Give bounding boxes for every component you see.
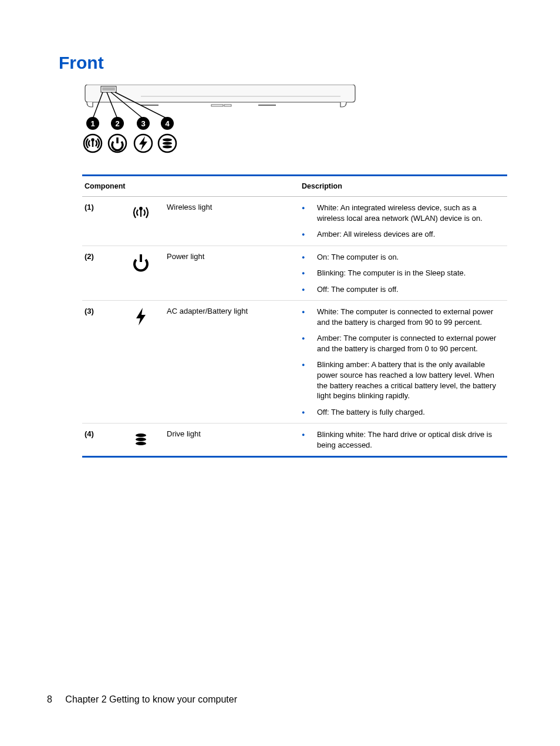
drive-icon xyxy=(117,424,164,456)
svg-rect-3 xyxy=(211,105,223,106)
svg-rect-0 xyxy=(101,86,116,92)
description-item: Amber: All wireless devices are off. xyxy=(302,229,505,240)
row-number: (3) xyxy=(82,301,117,424)
component-description: White: The computer is connected to exte… xyxy=(299,301,507,424)
component-name: Power light xyxy=(164,246,299,301)
component-name: AC adapter/Battery light xyxy=(164,301,299,424)
battery-icon xyxy=(117,301,164,424)
table-row: (4)Drive lightBlinking white: The hard d… xyxy=(82,424,507,456)
description-item: White: The computer is connected to exte… xyxy=(302,307,505,327)
svg-point-28 xyxy=(163,142,172,145)
description-item: On: The computer is on. xyxy=(302,252,505,263)
page-number: 8 xyxy=(47,694,52,704)
svg-point-34 xyxy=(136,438,146,441)
svg-text:1: 1 xyxy=(90,119,95,128)
table-row: (1)Wireless lightWhite: An integrated wi… xyxy=(82,197,507,246)
header-component: Component xyxy=(82,176,299,197)
description-item: Off: The computer is off. xyxy=(302,284,505,295)
component-description: White: An integrated wireless device, su… xyxy=(299,197,507,246)
svg-point-31 xyxy=(140,207,142,210)
svg-text:3: 3 xyxy=(141,119,145,128)
row-number: (1) xyxy=(82,197,117,246)
description-item: Blinking: The computer is in the Sleep s… xyxy=(302,268,505,278)
svg-text:4: 4 xyxy=(165,119,170,128)
components-table: Component Description (1)Wireless lightW… xyxy=(82,174,507,458)
description-item: Amber: The computer is connected to exte… xyxy=(302,333,505,354)
component-description: Blinking white: The hard drive or optica… xyxy=(299,424,507,456)
svg-rect-6 xyxy=(141,105,158,106)
svg-point-33 xyxy=(136,434,146,437)
page-footer: 8 Chapter 2 Getting to know your compute… xyxy=(47,694,237,705)
row-number: (4) xyxy=(82,424,117,456)
description-item: Blinking amber: A battery that is the on… xyxy=(302,359,505,401)
component-description: On: The computer is on.Blinking: The com… xyxy=(299,246,507,301)
front-diagram: 1 2 3 4 xyxy=(82,85,507,163)
page-title: Front xyxy=(59,53,507,73)
description-item: White: An integrated wireless device, su… xyxy=(302,203,505,223)
svg-point-29 xyxy=(163,146,172,149)
row-number: (2) xyxy=(82,246,117,301)
svg-point-22 xyxy=(92,139,94,141)
svg-point-27 xyxy=(163,139,172,142)
chapter-title: Chapter 2 Getting to know your computer xyxy=(65,694,237,704)
wireless-icon xyxy=(117,197,164,246)
component-name: Wireless light xyxy=(164,197,299,246)
svg-rect-5 xyxy=(258,105,276,106)
table-row: (2)Power lightOn: The computer is on.Bli… xyxy=(82,246,507,301)
svg-point-35 xyxy=(136,442,146,445)
table-row: (3)AC adapter/Battery lightWhite: The co… xyxy=(82,301,507,424)
svg-text:2: 2 xyxy=(115,119,119,128)
svg-rect-4 xyxy=(224,105,231,106)
description-item: Blinking white: The hard drive or optica… xyxy=(302,429,505,450)
power-icon xyxy=(117,246,164,301)
header-description: Description xyxy=(299,176,507,197)
description-item: Off: The battery is fully charged. xyxy=(302,407,505,418)
component-name: Drive light xyxy=(164,424,299,456)
